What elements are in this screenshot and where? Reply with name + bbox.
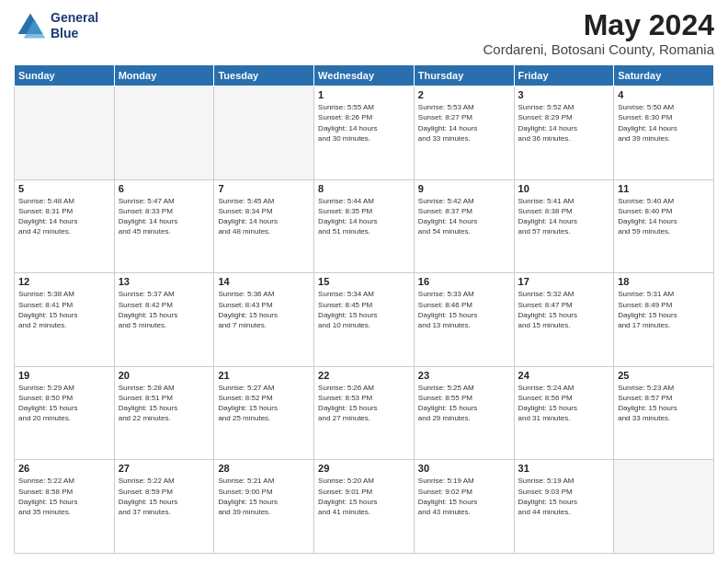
day-info: Sunrise: 5:41 AM Sunset: 8:38 PM Dayligh… bbox=[518, 196, 610, 237]
day-info: Sunrise: 5:40 AM Sunset: 8:40 PM Dayligh… bbox=[618, 196, 710, 237]
day-number: 31 bbox=[518, 463, 610, 474]
weekday-header: Wednesday bbox=[314, 65, 415, 86]
calendar-cell: 9Sunrise: 5:42 AM Sunset: 8:37 PM Daylig… bbox=[414, 179, 514, 273]
day-info: Sunrise: 5:26 AM Sunset: 8:53 PM Dayligh… bbox=[318, 383, 410, 424]
day-number: 13 bbox=[119, 276, 210, 287]
calendar-cell: 19Sunrise: 5:29 AM Sunset: 8:50 PM Dayli… bbox=[15, 366, 115, 460]
weekday-header: Tuesday bbox=[214, 65, 314, 86]
calendar-cell: 14Sunrise: 5:36 AM Sunset: 8:43 PM Dayli… bbox=[214, 273, 314, 367]
calendar-table: SundayMondayTuesdayWednesdayThursdayFrid… bbox=[14, 64, 714, 554]
day-info: Sunrise: 5:22 AM Sunset: 8:58 PM Dayligh… bbox=[18, 476, 110, 517]
day-number: 9 bbox=[418, 183, 510, 194]
day-info: Sunrise: 5:23 AM Sunset: 8:57 PM Dayligh… bbox=[618, 383, 710, 424]
logo: General Blue bbox=[14, 9, 98, 42]
day-number: 25 bbox=[618, 370, 710, 381]
weekday-header: Sunday bbox=[15, 65, 115, 86]
calendar-cell: 4Sunrise: 5:50 AM Sunset: 8:30 PM Daylig… bbox=[614, 86, 714, 180]
day-number: 5 bbox=[18, 183, 110, 194]
day-number: 24 bbox=[518, 370, 610, 381]
page: General Blue May 2024 Cordareni, Botosan… bbox=[0, 0, 728, 563]
day-info: Sunrise: 5:31 AM Sunset: 8:49 PM Dayligh… bbox=[618, 289, 710, 330]
day-info: Sunrise: 5:47 AM Sunset: 8:33 PM Dayligh… bbox=[119, 196, 210, 237]
calendar-cell: 23Sunrise: 5:25 AM Sunset: 8:55 PM Dayli… bbox=[414, 366, 514, 460]
day-number: 17 bbox=[518, 276, 610, 287]
calendar-cell: 24Sunrise: 5:24 AM Sunset: 8:56 PM Dayli… bbox=[514, 366, 614, 460]
weekday-header: Friday bbox=[514, 65, 614, 86]
day-number: 22 bbox=[318, 370, 410, 381]
day-number: 7 bbox=[218, 183, 310, 194]
calendar-cell: 2Sunrise: 5:53 AM Sunset: 8:27 PM Daylig… bbox=[414, 86, 514, 180]
calendar-cell: 25Sunrise: 5:23 AM Sunset: 8:57 PM Dayli… bbox=[614, 366, 714, 460]
calendar-cell bbox=[614, 460, 714, 554]
day-info: Sunrise: 5:37 AM Sunset: 8:42 PM Dayligh… bbox=[119, 289, 210, 330]
calendar-week-row: 19Sunrise: 5:29 AM Sunset: 8:50 PM Dayli… bbox=[15, 366, 714, 460]
logo-text: General Blue bbox=[51, 10, 98, 41]
day-info: Sunrise: 5:25 AM Sunset: 8:55 PM Dayligh… bbox=[418, 383, 510, 424]
calendar-cell: 26Sunrise: 5:22 AM Sunset: 8:58 PM Dayli… bbox=[15, 460, 115, 554]
title-block: May 2024 Cordareni, Botosani County, Rom… bbox=[483, 9, 714, 57]
day-info: Sunrise: 5:33 AM Sunset: 8:46 PM Dayligh… bbox=[418, 289, 510, 330]
calendar-cell: 20Sunrise: 5:28 AM Sunset: 8:51 PM Dayli… bbox=[114, 366, 214, 460]
day-number: 28 bbox=[218, 463, 310, 474]
day-info: Sunrise: 5:19 AM Sunset: 9:02 PM Dayligh… bbox=[418, 476, 510, 517]
calendar-cell: 6Sunrise: 5:47 AM Sunset: 8:33 PM Daylig… bbox=[114, 179, 214, 273]
calendar-week-row: 1Sunrise: 5:55 AM Sunset: 8:26 PM Daylig… bbox=[15, 86, 714, 180]
day-info: Sunrise: 5:44 AM Sunset: 8:35 PM Dayligh… bbox=[318, 196, 410, 237]
calendar-cell: 13Sunrise: 5:37 AM Sunset: 8:42 PM Dayli… bbox=[114, 273, 214, 367]
day-number: 27 bbox=[119, 463, 210, 474]
day-number: 20 bbox=[119, 370, 210, 381]
calendar-cell: 11Sunrise: 5:40 AM Sunset: 8:40 PM Dayli… bbox=[614, 179, 714, 273]
day-number: 1 bbox=[318, 89, 410, 100]
day-info: Sunrise: 5:19 AM Sunset: 9:03 PM Dayligh… bbox=[518, 476, 610, 517]
logo-icon bbox=[14, 9, 47, 42]
day-number: 10 bbox=[518, 183, 610, 194]
calendar-cell: 3Sunrise: 5:52 AM Sunset: 8:29 PM Daylig… bbox=[514, 86, 614, 180]
calendar-cell: 18Sunrise: 5:31 AM Sunset: 8:49 PM Dayli… bbox=[614, 273, 714, 367]
calendar-cell: 7Sunrise: 5:45 AM Sunset: 8:34 PM Daylig… bbox=[214, 179, 314, 273]
day-number: 26 bbox=[18, 463, 110, 474]
day-number: 2 bbox=[418, 89, 510, 100]
day-info: Sunrise: 5:27 AM Sunset: 8:52 PM Dayligh… bbox=[218, 383, 310, 424]
calendar-cell bbox=[114, 86, 214, 180]
calendar-cell: 31Sunrise: 5:19 AM Sunset: 9:03 PM Dayli… bbox=[514, 460, 614, 554]
day-info: Sunrise: 5:22 AM Sunset: 8:59 PM Dayligh… bbox=[119, 476, 210, 517]
day-number: 16 bbox=[418, 276, 510, 287]
calendar-cell: 10Sunrise: 5:41 AM Sunset: 8:38 PM Dayli… bbox=[514, 179, 614, 273]
calendar-cell: 12Sunrise: 5:38 AM Sunset: 8:41 PM Dayli… bbox=[15, 273, 115, 367]
day-number: 6 bbox=[119, 183, 210, 194]
calendar-cell bbox=[15, 86, 115, 180]
calendar-week-row: 26Sunrise: 5:22 AM Sunset: 8:58 PM Dayli… bbox=[15, 460, 714, 554]
day-number: 11 bbox=[618, 183, 710, 194]
header: General Blue May 2024 Cordareni, Botosan… bbox=[14, 9, 714, 57]
day-info: Sunrise: 5:38 AM Sunset: 8:41 PM Dayligh… bbox=[18, 289, 110, 330]
day-info: Sunrise: 5:48 AM Sunset: 8:31 PM Dayligh… bbox=[18, 196, 110, 237]
day-number: 30 bbox=[418, 463, 510, 474]
calendar-cell: 5Sunrise: 5:48 AM Sunset: 8:31 PM Daylig… bbox=[15, 179, 115, 273]
calendar-cell: 8Sunrise: 5:44 AM Sunset: 8:35 PM Daylig… bbox=[314, 179, 415, 273]
day-number: 15 bbox=[318, 276, 410, 287]
day-info: Sunrise: 5:55 AM Sunset: 8:26 PM Dayligh… bbox=[318, 102, 410, 144]
day-number: 12 bbox=[18, 276, 110, 287]
calendar-cell: 30Sunrise: 5:19 AM Sunset: 9:02 PM Dayli… bbox=[414, 460, 514, 554]
day-number: 29 bbox=[318, 463, 410, 474]
sub-title: Cordareni, Botosani County, Romania bbox=[483, 41, 714, 57]
day-info: Sunrise: 5:24 AM Sunset: 8:56 PM Dayligh… bbox=[518, 383, 610, 424]
calendar-cell: 16Sunrise: 5:33 AM Sunset: 8:46 PM Dayli… bbox=[414, 273, 514, 367]
weekday-header: Saturday bbox=[614, 65, 714, 86]
day-number: 18 bbox=[618, 276, 710, 287]
day-info: Sunrise: 5:36 AM Sunset: 8:43 PM Dayligh… bbox=[218, 289, 310, 330]
weekday-header: Thursday bbox=[414, 65, 514, 86]
day-number: 3 bbox=[518, 89, 610, 100]
calendar-week-row: 12Sunrise: 5:38 AM Sunset: 8:41 PM Dayli… bbox=[15, 273, 714, 367]
day-info: Sunrise: 5:20 AM Sunset: 9:01 PM Dayligh… bbox=[318, 476, 410, 517]
day-info: Sunrise: 5:45 AM Sunset: 8:34 PM Dayligh… bbox=[218, 196, 310, 237]
day-info: Sunrise: 5:42 AM Sunset: 8:37 PM Dayligh… bbox=[418, 196, 510, 237]
day-number: 8 bbox=[318, 183, 410, 194]
day-info: Sunrise: 5:28 AM Sunset: 8:51 PM Dayligh… bbox=[119, 383, 210, 424]
day-info: Sunrise: 5:50 AM Sunset: 8:30 PM Dayligh… bbox=[618, 102, 710, 144]
day-info: Sunrise: 5:53 AM Sunset: 8:27 PM Dayligh… bbox=[418, 102, 510, 144]
calendar-cell: 15Sunrise: 5:34 AM Sunset: 8:45 PM Dayli… bbox=[314, 273, 415, 367]
calendar-week-row: 5Sunrise: 5:48 AM Sunset: 8:31 PM Daylig… bbox=[15, 179, 714, 273]
day-info: Sunrise: 5:32 AM Sunset: 8:47 PM Dayligh… bbox=[518, 289, 610, 330]
calendar-cell: 22Sunrise: 5:26 AM Sunset: 8:53 PM Dayli… bbox=[314, 366, 415, 460]
